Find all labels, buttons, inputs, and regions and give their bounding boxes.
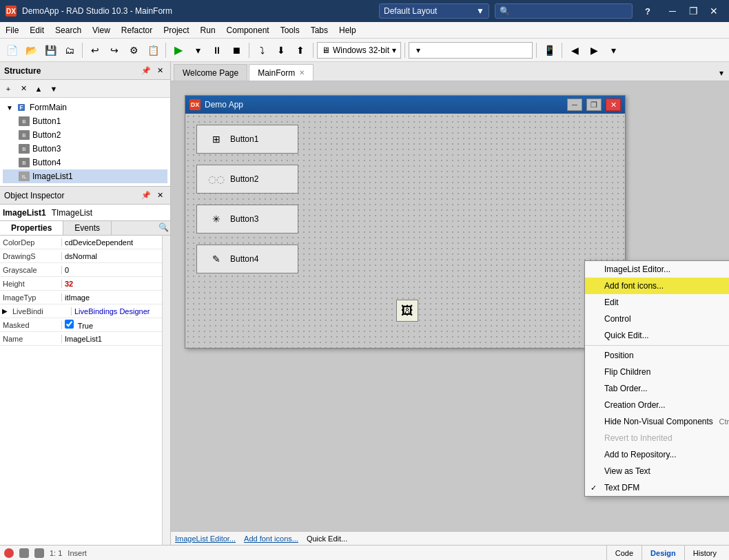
menu-tools[interactable]: Tools [275,22,305,38]
ctx-add-repository[interactable]: Add to Repository... [585,446,729,463]
prop-drawings[interactable]: DrawingS dsNormal [0,249,162,263]
history-button[interactable]: ▾ [604,41,622,59]
struct-new-btn[interactable]: + [1,82,15,96]
back-button[interactable]: ◀ [566,41,584,59]
code-tab[interactable]: Code [606,546,641,561]
ctx-quick-edit[interactable]: Quick Edit... [585,327,729,344]
footer-add-font-icons-link[interactable]: Add font icons... [244,535,298,543]
property-scrollbar[interactable] [162,236,170,545]
inspector-pin-button[interactable]: 📌 [140,189,152,202]
structure-close-button[interactable]: ✕ [154,65,166,77]
menu-view[interactable]: View [87,22,116,38]
save-button[interactable]: 💾 [41,41,59,59]
tab-properties[interactable]: Properties [0,221,63,235]
layout-dropdown[interactable]: Default Layout ▼ [379,3,489,19]
form-button1[interactable]: ⊞ Button1 [196,125,298,154]
prop-grayscale[interactable]: Grayscale 0 [0,263,162,277]
menu-project[interactable]: Project [158,22,194,38]
close-button[interactable]: ✕ [704,3,723,19]
ctx-edit[interactable]: Edit ▶ [585,294,729,311]
ctx-control[interactable]: Control ▶ [585,311,729,327]
prop-masked[interactable]: Masked True [0,318,162,332]
form-button2[interactable]: ◌◌ Button2 [196,165,298,194]
structure-pin-button[interactable]: 📌 [140,65,152,77]
prop-livebindi[interactable]: ▶ LiveBindi LiveBindings Designer [0,304,162,318]
tree-item-button1[interactable]: B Button1 [3,114,167,128]
save-all-button[interactable]: 🗂 [61,41,79,59]
prop-imagetype[interactable]: ImageTyp itImage [0,291,162,304]
tree-item-button3[interactable]: B Button3 [3,142,167,156]
step-out-button[interactable]: ⬆ [291,41,309,59]
history-tab[interactable]: History [684,546,725,561]
redo-button[interactable]: ↪ [105,41,123,59]
inspector-close-button[interactable]: ✕ [154,189,166,202]
search-bar[interactable]: 🔍 [495,3,633,19]
run-option-button[interactable]: ▾ [189,41,207,59]
prop-colordep[interactable]: ColorDep cdDeviceDependent [0,236,162,249]
design-tab[interactable]: Design [641,546,684,561]
device-button[interactable]: 📱 [540,41,558,59]
form-close-btn[interactable]: ✕ [606,98,621,111]
tree-item-button2[interactable]: B Button2 [3,128,167,142]
undo-button[interactable]: ↩ [86,41,104,59]
ctx-position[interactable]: Position ▶ [585,347,729,364]
btn3-icon: ✳ [208,211,225,227]
search-props-button[interactable]: 🔍 [157,221,170,235]
struct-dn-btn[interactable]: ▼ [47,82,61,96]
ctx-tab-order[interactable]: Tab Order... [585,380,729,397]
config-dropdown[interactable]: ▾ [409,42,533,59]
prop-height[interactable]: Height 32 [0,277,162,291]
run-button[interactable]: ▶ [170,41,187,59]
menu-refactor[interactable]: Refactor [116,22,158,38]
form-restore-btn[interactable]: ❐ [586,98,602,111]
record-button[interactable] [4,548,14,558]
tab-mainform[interactable]: MainForm ✕ [249,64,314,81]
platform-dropdown[interactable]: 🖥 Windows 32-bit ▾ [317,42,401,59]
open-button[interactable]: 📂 [22,41,40,59]
search-input[interactable] [513,6,628,16]
ctx-view-as-text[interactable]: View as Text [585,463,729,479]
stop-button[interactable]: ⏹ [227,41,245,59]
help-button[interactable]: ? [638,3,657,19]
structure-header: Structure 📌 ✕ [0,62,170,80]
menu-search[interactable]: Search [50,22,87,38]
tree-item-button4[interactable]: B Button4 [3,156,167,169]
step-over-button[interactable]: ⤵ [253,41,271,59]
prop-name[interactable]: Name ImageList1 [0,332,162,346]
restore-button[interactable]: ❐ [684,3,703,19]
new-button[interactable]: 📄 [3,41,21,59]
form-button3[interactable]: ✳ Button3 [196,205,298,234]
ctx-flip-children[interactable]: Flip Children [585,364,729,380]
footer-imagelist-editor-link[interactable]: ImageList Editor... [175,535,236,543]
form-minimize-btn[interactable]: ─ [567,98,582,111]
ctx-creation-order[interactable]: Creation Order... [585,397,729,413]
ctx-hide-nonvisual[interactable]: Hide Non-Visual Components Ctrl+H [585,413,729,430]
minimize-button[interactable]: ─ [663,3,682,19]
struct-up-btn[interactable]: ▲ [32,82,45,96]
form-content: ⊞ Button1 ◌◌ Button2 ✳ Button3 [185,114,625,348]
tree-item-formain[interactable]: ▼ F FormMain [3,101,167,114]
tab-overflow-button[interactable]: ▾ [714,65,729,81]
close-tab-mainform[interactable]: ✕ [299,69,305,76]
menu-run[interactable]: Run [195,22,221,38]
ctx-text-dfm[interactable]: ✓ Text DFM [585,479,729,496]
menu-component[interactable]: Component [221,22,275,38]
step-in-button[interactable]: ⬇ [272,41,290,59]
ctx-add-font-icons[interactable]: Add font icons... [585,278,729,294]
forward-button[interactable]: ▶ [585,41,603,59]
menu-edit[interactable]: Edit [24,22,50,38]
form-button4[interactable]: ✎ Button4 [196,245,298,273]
masked-checkbox[interactable] [65,320,74,329]
ctx-imagelist-editor[interactable]: ImageList Editor... [585,261,729,278]
tab-events[interactable]: Events [63,221,112,235]
imagelist-component[interactable]: 🖼 [396,300,418,322]
menu-file[interactable]: File [0,22,24,38]
toolbar-btn-3[interactable]: ⚙ [125,41,143,59]
tree-item-imagelist1[interactable]: IL ImageList1 [3,169,167,183]
struct-del-btn[interactable]: ✕ [17,82,30,96]
menu-help[interactable]: Help [333,22,362,38]
tab-welcome-page[interactable]: Welcome Page [174,64,247,81]
menu-tabs[interactable]: Tabs [305,22,333,38]
toolbar-btn-4[interactable]: 📋 [144,41,162,59]
pause-button[interactable]: ⏸ [208,41,226,59]
